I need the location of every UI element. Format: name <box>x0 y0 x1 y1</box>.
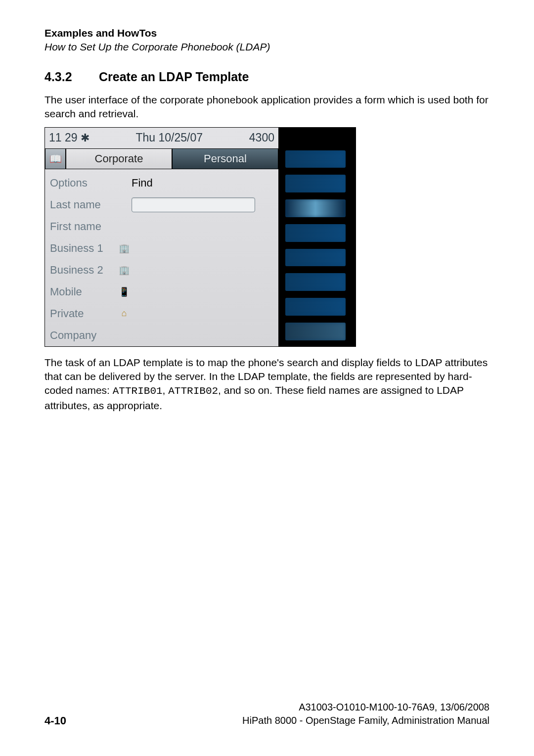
side-key-1[interactable] <box>285 150 346 168</box>
side-keys <box>278 128 353 346</box>
lcd-screen: 11 29 ✱ Thu 10/25/07 4300 📖 Corporate Pe… <box>45 128 278 346</box>
side-key-8[interactable] <box>285 323 346 340</box>
tab-corporate[interactable]: Corporate <box>66 148 172 169</box>
tab-bar: 📖 Corporate Personal <box>45 148 278 169</box>
side-key-3[interactable] <box>285 199 346 217</box>
section-title: How to Set Up the Corporate Phonebook (L… <box>44 41 490 53</box>
building-1-icon: 🏢 <box>117 242 132 255</box>
side-key-4[interactable] <box>285 224 346 242</box>
paragraph-1: The user interface of the corporate phon… <box>44 93 490 121</box>
subsection-title: Create an LDAP Template <box>99 70 249 84</box>
phonebook-icon[interactable]: 📖 <box>45 148 66 169</box>
find-label: Find <box>132 177 153 189</box>
status-extension: 4300 <box>249 131 274 144</box>
code-attrib02: ATTRIB02 <box>168 385 218 397</box>
side-key-6[interactable] <box>285 273 346 291</box>
page-number: 4-10 <box>44 714 66 727</box>
mobile-icon: 📱 <box>117 285 132 298</box>
phone-screenshot: 11 29 ✱ Thu 10/25/07 4300 📖 Corporate Pe… <box>44 127 356 347</box>
bluetooth-icon: ✱ <box>81 132 89 144</box>
side-key-2[interactable] <box>285 175 346 192</box>
field-mobile: Mobile <box>50 285 117 298</box>
field-business-2: Business 2 <box>50 264 117 277</box>
status-time: 11 29 <box>49 131 78 144</box>
status-bar: 11 29 ✱ Thu 10/25/07 4300 <box>45 128 278 148</box>
field-first-name: First name <box>50 220 117 233</box>
field-private: Private <box>50 307 117 320</box>
field-last-name: Last name <box>50 198 117 211</box>
field-company: Company <box>50 329 117 342</box>
code-attrib01: ATTRIB01 <box>113 385 163 397</box>
options-label[interactable]: Options <box>50 177 117 189</box>
last-name-input[interactable] <box>132 197 255 212</box>
home-icon: ⌂ <box>117 307 132 320</box>
paragraph-2: The task of an LDAP template is to map t… <box>44 356 490 413</box>
side-key-7[interactable] <box>285 298 346 316</box>
document-id: A31003-O1010-M100-10-76A9, 13/06/2008 <box>242 701 490 714</box>
page-footer: 4-10 A31003-O1010-M100-10-76A9, 13/06/20… <box>44 701 490 727</box>
chapter-title: Examples and HowTos <box>44 27 490 39</box>
side-key-5[interactable] <box>285 249 346 267</box>
status-date: Thu 10/25/07 <box>135 131 203 144</box>
field-business-1: Business 1 <box>50 242 117 255</box>
subsection-number: 4.3.2 <box>44 70 99 84</box>
building-2-icon: 🏢 <box>117 264 132 277</box>
tab-personal[interactable]: Personal <box>172 148 278 169</box>
subsection-heading: 4.3.2Create an LDAP Template <box>44 70 490 84</box>
manual-title: HiPath 8000 - OpenStage Family, Administ… <box>242 714 490 727</box>
